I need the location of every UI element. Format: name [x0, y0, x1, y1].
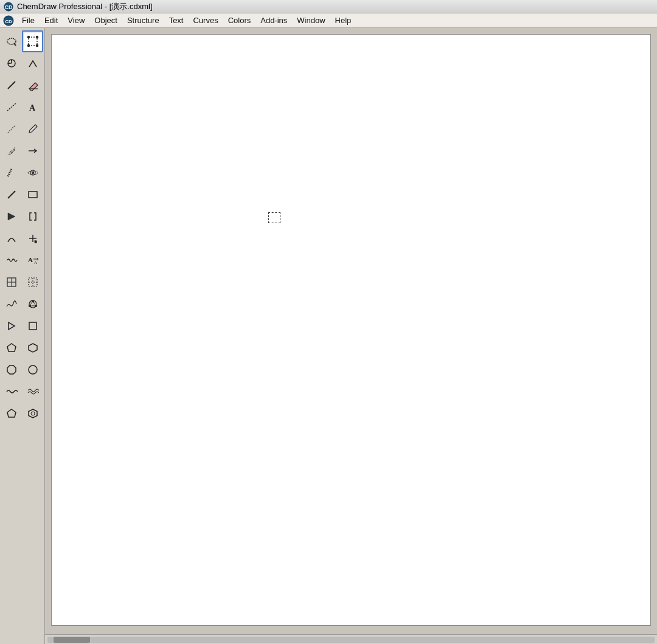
svg-marker-58 [29, 409, 37, 418]
tool-row-6 [1, 140, 43, 162]
arrow-tool[interactable] [23, 140, 44, 162]
wave2-tool[interactable] [23, 381, 44, 403]
tool-row-1 [1, 30, 43, 52]
svg-point-9 [27, 45, 29, 47]
title-text: ChemDraw Professional - [演示.cdxml] [17, 1, 153, 12]
tool-row-17 [1, 381, 43, 403]
svg-rect-29 [29, 192, 37, 198]
pentagon-ring-tool[interactable] [1, 403, 23, 424]
canvas-area[interactable] [45, 28, 657, 644]
app-icon-menu[interactable]: CD [2, 15, 15, 27]
line-tool[interactable] [1, 184, 23, 206]
svg-point-8 [36, 36, 38, 38]
svg-rect-52 [29, 322, 36, 330]
app-icon: CD [4, 2, 13, 12]
squiggle-tool[interactable] [1, 249, 23, 271]
menu-view[interactable]: View [63, 15, 89, 26]
svg-point-59 [31, 412, 35, 415]
title-bar: CD ChemDraw Professional - [演示.cdxml] [0, 0, 657, 13]
svg-point-10 [36, 45, 38, 47]
menu-edit[interactable]: Edit [40, 15, 63, 26]
curve-tool[interactable] [1, 227, 23, 249]
pentagon-tool[interactable] [1, 337, 23, 359]
octagon-tool[interactable] [1, 359, 23, 381]
tool-row-7 [1, 162, 43, 184]
spectrum-tool[interactable] [1, 293, 23, 315]
atom-map-tool[interactable]: n [23, 227, 44, 249]
svg-line-18 [8, 125, 15, 133]
svg-point-56 [29, 365, 37, 374]
tool-row-15 [1, 337, 43, 359]
marquee-tool[interactable] [22, 30, 43, 52]
hexagon-tool[interactable] [23, 337, 44, 359]
tool-row-9 [1, 206, 43, 227]
3d-tool[interactable] [23, 293, 44, 315]
svg-point-27 [32, 172, 33, 174]
svg-text:n: n [35, 240, 36, 243]
bold-hash-tool[interactable] [1, 162, 23, 184]
tool-row-11: A A [1, 249, 43, 271]
play-tool[interactable] [1, 315, 23, 337]
svg-point-7 [27, 36, 29, 38]
main-layout: A [0, 28, 657, 644]
tool-row-12 [1, 271, 43, 293]
rectangle-tool[interactable] [23, 184, 44, 206]
circle-tool[interactable] [23, 359, 44, 381]
small-rect-tool[interactable] [23, 315, 44, 337]
tool-row-4: A [1, 96, 43, 118]
svg-rect-6 [29, 37, 37, 46]
svg-text:A: A [29, 103, 36, 113]
menu-window[interactable]: Window [292, 15, 330, 26]
menu-bar: CD File Edit View Object Structure Text … [0, 13, 657, 28]
wavy-bond-tool[interactable] [1, 96, 23, 118]
tool-row-18 [1, 403, 43, 424]
menu-colors[interactable]: Colors [223, 15, 256, 26]
svg-marker-57 [7, 409, 16, 417]
svg-text:CD: CD [5, 4, 13, 10]
scrollbar-thumb[interactable] [54, 637, 90, 643]
tool-row-8 [1, 184, 43, 206]
drawing-canvas[interactable] [51, 34, 651, 626]
tool-row-13 [1, 293, 43, 315]
svg-marker-51 [9, 322, 15, 330]
wave1-tool[interactable] [1, 381, 23, 403]
resize-text-tool[interactable]: A A [23, 249, 44, 271]
menu-help[interactable]: Help [330, 15, 356, 26]
menu-file[interactable]: File [17, 15, 40, 26]
svg-line-22 [10, 150, 15, 154]
bond-tool[interactable] [1, 74, 23, 96]
selection-rectangle [268, 212, 280, 223]
dashed-table-tool[interactable] [23, 271, 44, 293]
hexagon-ring-tool[interactable] [23, 403, 44, 424]
menu-text[interactable]: Text [164, 15, 189, 26]
svg-marker-55 [7, 365, 16, 374]
menu-object[interactable]: Object [89, 15, 122, 26]
text-tool[interactable]: A [23, 96, 44, 118]
bracket-tool[interactable] [23, 206, 44, 227]
horizontal-scrollbar[interactable] [45, 634, 657, 644]
tool-row-16 [1, 359, 43, 381]
toolbar: A [0, 28, 45, 644]
menu-structure[interactable]: Structure [122, 15, 164, 26]
svg-text:CD: CD [5, 19, 12, 24]
menu-curves[interactable]: Curves [188, 15, 223, 26]
grid-table-tool[interactable] [1, 271, 23, 293]
tool-row-14 [1, 315, 43, 337]
dashed-bond-tool[interactable] [1, 118, 23, 140]
svg-marker-54 [29, 344, 37, 352]
lasso-tool[interactable] [1, 30, 22, 52]
pen-tool[interactable] [23, 118, 44, 140]
menu-addins[interactable]: Add-ins [255, 15, 292, 26]
eraser-tool[interactable] [23, 74, 44, 96]
hash-bond-tool[interactable] [1, 140, 23, 162]
orbital-tool[interactable] [23, 162, 44, 184]
svg-marker-30 [8, 213, 15, 220]
tool-row-5 [1, 118, 43, 140]
svg-line-28 [8, 191, 15, 198]
bond-angle-tool[interactable] [23, 52, 44, 74]
svg-line-24 [8, 169, 12, 176]
scrollbar-track[interactable] [47, 637, 655, 643]
svg-rect-40 [29, 278, 37, 286]
wedge-tool[interactable] [1, 206, 23, 227]
rotate-tool[interactable] [1, 52, 23, 74]
